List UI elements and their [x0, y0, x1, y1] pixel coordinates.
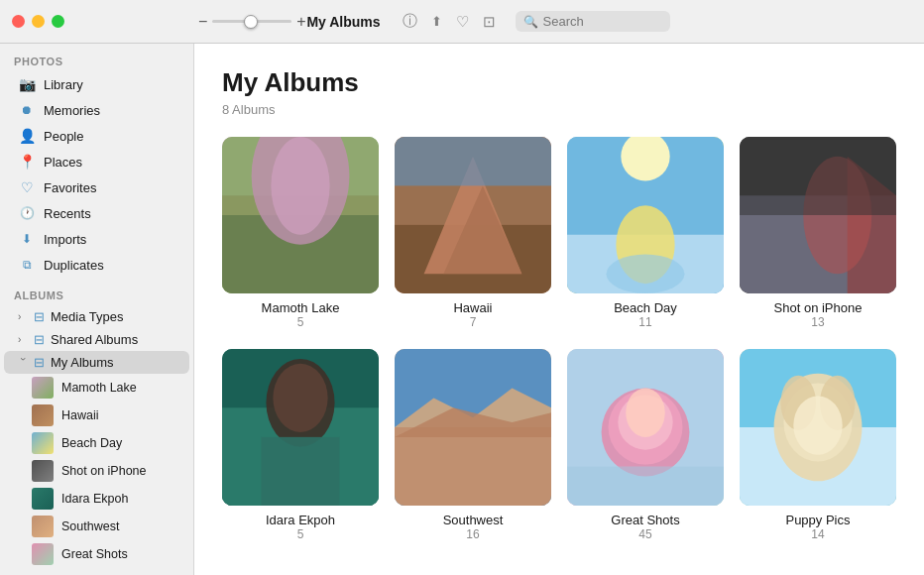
album-card-southwest[interactable]: Southwest 16 [395, 349, 551, 541]
album-image-idara [222, 349, 379, 506]
album-name-southwest: Southwest [443, 513, 504, 527]
sidebar: Photos 📷 Library ⏺ Memories 👤 People 📍 P… [0, 44, 194, 575]
sidebar-album-label-idara: Idara Ekpoh [61, 492, 128, 506]
mamoth-thumb [32, 377, 54, 399]
info-icon[interactable]: ⓘ [403, 12, 417, 31]
titlebar-icons: ⓘ ⬆ ♡ ⊡ [403, 12, 496, 31]
album-image-puppy [740, 349, 896, 506]
sidebar-album-hawaii[interactable]: Hawaii [4, 402, 189, 429]
sidebar-label-library: Library [44, 77, 83, 92]
share-icon[interactable]: ⬆ [431, 14, 442, 29]
album-count-idara: 5 [297, 527, 304, 541]
sidebar-album-label-hawaii: Hawaii [61, 408, 99, 422]
album-count-iphone: 13 [811, 315, 824, 329]
places-icon: 📍 [18, 153, 36, 171]
titlebar: − + My Albums ⓘ ⬆ ♡ ⊡ 🔍 [0, 0, 924, 44]
sidebar-label-my-albums: My Albums [51, 355, 114, 370]
chevron-media-types: › [18, 311, 28, 322]
svg-point-41 [793, 396, 842, 454]
traffic-lights [12, 15, 64, 28]
sidebar-label-recents: Recents [44, 206, 91, 221]
people-icon: 👤 [18, 127, 36, 145]
southwest-thumb [32, 516, 54, 537]
album-card-hawaii[interactable]: Hawaii 7 [395, 137, 551, 329]
photos-section-label: Photos [0, 44, 193, 71]
sidebar-label-imports: Imports [44, 232, 86, 247]
crop-icon[interactable]: ⊡ [483, 13, 496, 31]
svg-rect-19 [740, 137, 896, 215]
maximize-button[interactable] [52, 15, 64, 28]
shared-albums-icon: ⊟ [34, 332, 45, 347]
zoom-slider-thumb[interactable] [244, 15, 258, 29]
album-image-mamoth [222, 137, 379, 293]
zoom-out-button[interactable]: − [198, 14, 207, 30]
close-button[interactable] [12, 15, 25, 28]
library-icon: 📷 [18, 75, 36, 93]
svg-point-14 [607, 255, 685, 294]
sidebar-album-mamoth-lake[interactable]: Mamoth Lake [4, 374, 189, 402]
album-image-greatshots [567, 349, 724, 506]
albums-grid: Mamoth Lake 5 Hawaii 7 [222, 137, 896, 541]
sidebar-album-southwest[interactable]: Southwest [4, 513, 189, 540]
search-icon: 🔍 [523, 15, 538, 29]
sidebar-item-library[interactable]: 📷 Library [4, 71, 189, 97]
sidebar-item-memories[interactable]: ⏺ Memories [4, 97, 189, 123]
sidebar-item-places[interactable]: 📍 Places [4, 149, 189, 174]
sidebar-item-people[interactable]: 👤 People [4, 123, 189, 149]
sidebar-item-recents[interactable]: 🕐 Recents [4, 200, 189, 226]
app-body: Photos 📷 Library ⏺ Memories 👤 People 📍 P… [0, 44, 924, 575]
album-count-hawaii: 7 [470, 315, 477, 329]
favorites-icon: ♡ [18, 178, 36, 196]
sidebar-item-duplicates[interactable]: ⧉ Duplicates [4, 252, 189, 278]
album-card-mamoth-lake[interactable]: Mamoth Lake 5 [222, 137, 379, 329]
sidebar-item-imports[interactable]: ⬇ Imports [4, 226, 189, 252]
idara-thumb [32, 488, 54, 510]
album-name-hawaii: Hawaii [453, 300, 492, 315]
favorite-icon[interactable]: ♡ [456, 13, 469, 31]
svg-rect-24 [262, 437, 340, 506]
sidebar-group-media-types[interactable]: › ⊟ Media Types [4, 305, 189, 328]
sidebar-album-shot-iphone[interactable]: Shot on iPhone [4, 457, 189, 485]
my-albums-icon: ⊟ [34, 355, 45, 370]
sidebar-album-label-southwest: Southwest [61, 519, 119, 533]
imports-icon: ⬇ [18, 230, 36, 248]
sidebar-group-shared-albums[interactable]: › ⊟ Shared Albums [4, 328, 189, 351]
album-card-great-shots[interactable]: Great Shots 45 [567, 349, 724, 541]
album-card-puppy-pics[interactable]: Puppy Pics 14 [740, 349, 896, 541]
sidebar-album-idara[interactable]: Idara Ekpoh [4, 485, 189, 513]
sidebar-album-greatshots[interactable]: Great Shots [4, 540, 189, 568]
album-count-southwest: 16 [466, 527, 479, 541]
sidebar-album-label-greatshots: Great Shots [61, 547, 128, 561]
sidebar-item-favorites[interactable]: ♡ Favorites [4, 174, 189, 200]
search-box[interactable]: 🔍 [516, 11, 670, 32]
album-count-puppy: 14 [811, 527, 824, 541]
svg-rect-34 [567, 467, 724, 507]
sidebar-album-label-iphone: Shot on iPhone [61, 464, 147, 478]
album-card-beach-day[interactable]: Beach Day 11 [567, 137, 724, 329]
search-input[interactable] [543, 14, 662, 29]
recents-icon: 🕐 [18, 204, 36, 222]
content-area: My Albums 8 Albums Mamoth Lake 5 [194, 44, 924, 575]
sidebar-label-media-types: Media Types [51, 309, 123, 324]
album-count: 8 Albums [222, 102, 896, 117]
chevron-shared-albums: › [18, 334, 28, 345]
album-image-southwest [395, 349, 551, 506]
zoom-in-button[interactable]: + [296, 14, 305, 30]
sidebar-label-favorites: Favorites [44, 180, 96, 195]
memories-icon: ⏺ [18, 101, 36, 119]
titlebar-center: My Albums ⓘ ⬆ ♡ ⊡ 🔍 [64, 11, 912, 32]
album-count-greatshots: 45 [638, 527, 651, 541]
page-title: My Albums [222, 67, 896, 98]
media-types-icon: ⊟ [34, 309, 45, 324]
album-image-beach [567, 137, 724, 293]
album-card-idara[interactable]: Idara Ekpoh 5 [222, 349, 379, 541]
sidebar-group-my-albums[interactable]: › ⊟ My Albums [4, 351, 189, 374]
sidebar-label-shared-albums: Shared Albums [51, 332, 138, 347]
album-name-puppy: Puppy Pics [785, 513, 850, 527]
zoom-slider[interactable] [212, 20, 291, 23]
minimize-button[interactable] [32, 15, 45, 28]
sidebar-album-beach-day[interactable]: Beach Day [4, 429, 189, 457]
sidebar-label-duplicates: Duplicates [44, 258, 104, 273]
album-card-shot-iphone[interactable]: Shot on iPhone 13 [740, 137, 896, 329]
hawaii-thumb [32, 404, 54, 426]
